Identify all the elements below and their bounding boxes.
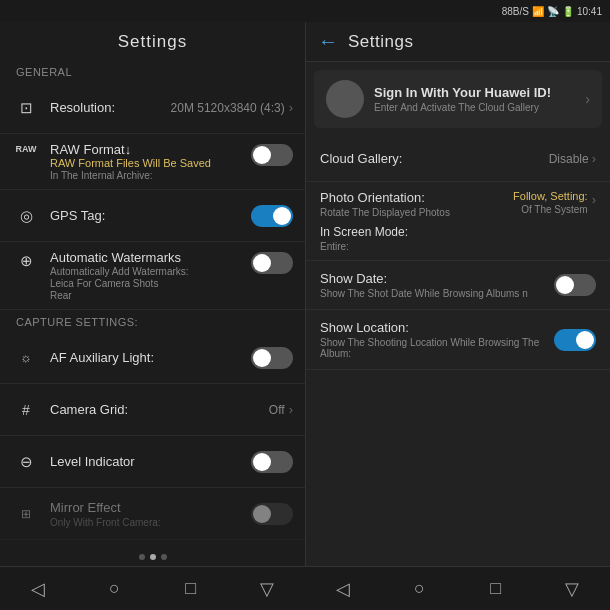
- raw-content: RAW Format↓ RAW Format Files Will Be Sav…: [50, 142, 251, 181]
- photo-orient-row: Photo Orientation: Rotate The Displayed …: [320, 190, 596, 218]
- dot-2[interactable]: [150, 554, 156, 560]
- dot-1[interactable]: [139, 554, 145, 560]
- mirror-toggle: [251, 503, 293, 525]
- grid-content: Camera Grid:: [50, 402, 269, 417]
- po-screen-sub: Entire:: [320, 241, 408, 252]
- raw-toggle-container[interactable]: [251, 142, 293, 166]
- raw-icon: RAW: [12, 142, 40, 154]
- signin-card[interactable]: Sign In With Your Huawei ID! Enter And A…: [314, 70, 602, 128]
- af-title: AF Auxiliary Light:: [50, 350, 251, 365]
- cloud-gallery-content: Cloud Gallery:: [320, 151, 549, 166]
- right-title: Settings: [348, 32, 413, 52]
- af-icon: ☼: [12, 344, 40, 372]
- raw-format-item[interactable]: RAW RAW Format↓ RAW Format Files Will Be…: [0, 134, 305, 190]
- back-button[interactable]: ←: [318, 30, 338, 53]
- cloud-gallery-value: Disable: [549, 152, 589, 166]
- status-icons: 88B/S 📶 📡 🔋 10:41: [502, 6, 602, 17]
- status-bar: 88B/S 📶 📡 🔋 10:41: [0, 0, 610, 22]
- signin-subtitle: Enter And Activate The Cloud Gallery: [374, 102, 551, 113]
- nav-back-right[interactable]: ◁: [325, 571, 361, 607]
- level-icon: ⊖: [12, 448, 40, 476]
- right-content: Sign In With Your Huawei ID! Enter And A…: [306, 62, 610, 566]
- raw-toggle[interactable]: [251, 144, 293, 166]
- right-nav: ◁ ○ □ ▽: [305, 567, 610, 610]
- gps-title: GPS Tag:: [50, 208, 251, 223]
- show-date-toggle[interactable]: [554, 274, 596, 296]
- resolution-content: Resolution:: [50, 100, 171, 115]
- af-right: [251, 347, 293, 369]
- grid-chevron: ›: [289, 402, 293, 417]
- right-header: ← Settings: [306, 22, 610, 62]
- show-location-toggle[interactable]: [554, 329, 596, 351]
- watermarks-sub3: Rear: [50, 290, 251, 301]
- dot-3[interactable]: [161, 554, 167, 560]
- watermarks-title: Automatic Watermarks: [50, 250, 251, 265]
- af-content: AF Auxiliary Light:: [50, 350, 251, 365]
- show-location-content: Show Location: Show The Shooting Locatio…: [320, 320, 554, 359]
- po-screen-mode: In Screen Mode:: [320, 225, 408, 239]
- show-date-right: [554, 274, 596, 296]
- camera-grid-item[interactable]: # Camera Grid: Off ›: [0, 384, 305, 436]
- audio-item[interactable]: 🔇 Turn Off Audio: [0, 540, 305, 548]
- level-right: [251, 451, 293, 473]
- level-item[interactable]: ⊖ Level Indicator: [0, 436, 305, 488]
- show-location-title: Show Location:: [320, 320, 554, 335]
- gps-right: [251, 205, 293, 227]
- cloud-gallery-chevron: ›: [592, 151, 596, 166]
- resolution-item[interactable]: ⊡ Resolution: 20M 5120x3840 (4:3) ›: [0, 82, 305, 134]
- watermarks-toggle-container[interactable]: [251, 250, 293, 274]
- show-date-item[interactable]: Show Date: Show The Shot Date While Brow…: [306, 261, 610, 310]
- gps-item[interactable]: ◎ GPS Tag:: [0, 190, 305, 242]
- show-location-sub: Show The Shooting Location While Browsin…: [320, 337, 554, 359]
- photo-orientation-item[interactable]: Photo Orientation: Rotate The Displayed …: [306, 182, 610, 261]
- grid-title: Camera Grid:: [50, 402, 269, 417]
- watermarks-item[interactable]: ⊕ Automatic Watermarks Automatically Add…: [0, 242, 305, 310]
- af-toggle[interactable]: [251, 347, 293, 369]
- mirror-content: Mirror Effect Only With Front Camera:: [50, 500, 251, 528]
- watermarks-sub2: Leica For Camera Shots: [50, 278, 251, 289]
- grid-icon: #: [12, 396, 40, 424]
- photo-orient-left: Photo Orientation: Rotate The Displayed …: [320, 190, 513, 218]
- po-title: Photo Orientation:: [320, 190, 513, 205]
- level-toggle[interactable]: [251, 451, 293, 473]
- battery-icon: 🔋: [562, 6, 574, 17]
- po-chevron: ›: [592, 190, 596, 207]
- resolution-title: Resolution:: [50, 100, 171, 115]
- gps-toggle[interactable]: [251, 205, 293, 227]
- resolution-right: 20M 5120x3840 (4:3) ›: [171, 100, 293, 115]
- watermarks-sub1: Automatically Add Watermarks:: [50, 266, 251, 277]
- section-general: GENERAL: [0, 60, 305, 82]
- grid-right: Off ›: [269, 402, 293, 417]
- af-auxiliary-item[interactable]: ☼ AF Auxiliary Light:: [0, 332, 305, 384]
- main-content: Settings GENERAL ⊡ Resolution: 20M 5120x…: [0, 22, 610, 566]
- mirror-title: Mirror Effect: [50, 500, 251, 515]
- show-date-content: Show Date: Show The Shot Date While Brow…: [320, 271, 554, 299]
- po-value2: Of The System: [521, 204, 588, 215]
- speed-indicator: 88B/S: [502, 6, 529, 17]
- left-nav: ◁ ○ □ ▽: [0, 567, 305, 610]
- resolution-icon: ⊡: [12, 94, 40, 122]
- show-date-sub: Show The Shot Date While Browsing Albums…: [320, 288, 554, 299]
- nav-home-right[interactable]: ○: [401, 571, 437, 607]
- nav-menu-left[interactable]: ▽: [249, 571, 285, 607]
- resolution-chevron: ›: [289, 100, 293, 115]
- nav-menu-right[interactable]: ▽: [554, 571, 590, 607]
- watermarks-icon: ⊕: [12, 250, 40, 270]
- avatar: [326, 80, 364, 118]
- nav-recent-left[interactable]: □: [173, 571, 209, 607]
- nav-recent-right[interactable]: □: [478, 571, 514, 607]
- show-location-item[interactable]: Show Location: Show The Shooting Locatio…: [306, 310, 610, 370]
- grid-value: Off: [269, 403, 285, 417]
- nav-home-left[interactable]: ○: [96, 571, 132, 607]
- nav-back-left[interactable]: ◁: [20, 571, 56, 607]
- mirror-right: [251, 503, 293, 525]
- time-display: 10:41: [577, 6, 602, 17]
- cloud-gallery-right: Disable ›: [549, 151, 596, 166]
- resolution-value: 20M 5120x3840 (4:3): [171, 101, 285, 115]
- mirror-subtitle: Only With Front Camera:: [50, 517, 251, 528]
- raw-title: RAW Format↓: [50, 142, 251, 157]
- cloud-gallery-item[interactable]: Cloud Gallery: Disable ›: [306, 136, 610, 182]
- level-title: Level Indicator: [50, 454, 251, 469]
- right-panel: ← Settings Sign In With Your Huawei ID! …: [305, 22, 610, 566]
- watermarks-toggle[interactable]: [251, 252, 293, 274]
